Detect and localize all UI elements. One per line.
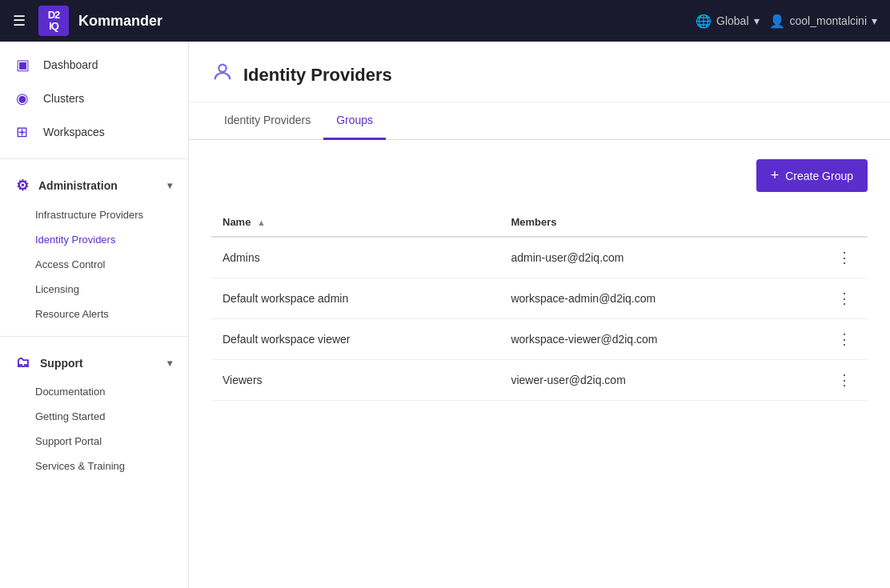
sidebar-item-support-portal[interactable]: Support Portal	[0, 429, 188, 454]
cell-members: viewer-user@d2iq.com	[499, 360, 821, 401]
tab-identity-providers[interactable]: Identity Providers	[211, 102, 323, 140]
sidebar-divider	[0, 158, 188, 159]
user-name: cool_montalcini	[790, 14, 868, 27]
table-row: Default workspace admin workspace-admin@…	[211, 278, 868, 319]
cell-name: Default workspace viewer	[211, 319, 499, 360]
create-group-button[interactable]: + Create Group	[756, 159, 868, 192]
column-members-label: Members	[511, 216, 556, 228]
toolbar: + Create Group	[211, 159, 868, 192]
cell-name: Viewers	[211, 360, 499, 401]
support-label: Support	[40, 357, 83, 370]
sidebar-nav-section: ▣ Dashboard ◉ Clusters ⊞ Workspaces	[0, 42, 188, 155]
cell-action: ⋮	[821, 319, 868, 360]
globe-icon: 🌐	[696, 14, 712, 29]
column-header-action	[821, 208, 868, 237]
sidebar-item-label: Dashboard	[43, 58, 98, 71]
plus-icon: +	[771, 167, 780, 184]
clusters-icon: ◉	[16, 90, 34, 107]
cell-name: Default workspace admin	[211, 278, 499, 319]
global-chevron-icon: ▾	[754, 14, 760, 27]
cell-members: workspace-admin@d2iq.com	[499, 278, 821, 319]
page-title: Identity Providers	[243, 65, 392, 86]
cell-name: Admins	[211, 237, 499, 278]
create-group-label: Create Group	[785, 170, 853, 182]
column-header-name[interactable]: Name ▲	[211, 208, 499, 237]
sidebar-item-services-training[interactable]: Services & Training	[0, 454, 188, 478]
groups-table: Name ▲ Members Admins admin-user@d2iq.co…	[211, 208, 868, 401]
sidebar-item-licensing[interactable]: Licensing	[0, 277, 188, 302]
sidebar-item-dashboard[interactable]: ▣ Dashboard	[0, 48, 188, 82]
workspaces-icon: ⊞	[16, 123, 34, 141]
sidebar-item-infrastructure-providers[interactable]: Infrastructure Providers	[0, 202, 188, 227]
row-action-button[interactable]: ⋮	[832, 247, 856, 268]
sidebar-item-label: Clusters	[43, 92, 84, 105]
app-logo: D2 IQ	[38, 6, 69, 36]
sidebar: ▣ Dashboard ◉ Clusters ⊞ Workspaces ⚙ Ad…	[0, 42, 189, 588]
support-icon: 🗂	[16, 354, 30, 371]
hamburger-icon[interactable]: ☰	[13, 12, 26, 30]
sidebar-support-section: 🗂 Support ▾ Documentation Getting Starte…	[0, 340, 188, 485]
sidebar-item-access-control[interactable]: Access Control	[0, 252, 188, 277]
column-name-label: Name	[222, 216, 251, 228]
topbar: ☰ D2 IQ Kommander 🌐 Global ▾ 👤 cool_mont…	[0, 0, 890, 42]
user-chevron-icon: ▾	[872, 14, 877, 27]
user-icon: 👤	[769, 14, 785, 29]
cell-members: workspace-viewer@d2iq.com	[499, 319, 821, 360]
global-selector[interactable]: 🌐 Global ▾	[696, 14, 759, 29]
column-header-members: Members	[499, 208, 821, 237]
main-content: Identity Providers Identity Providers Gr…	[189, 42, 890, 588]
cell-action: ⋮	[821, 278, 868, 319]
global-label: Global	[716, 14, 748, 27]
table-row: Viewers viewer-user@d2iq.com ⋮	[211, 360, 868, 401]
tab-groups[interactable]: Groups	[323, 102, 386, 140]
dashboard-icon: ▣	[16, 56, 34, 74]
sidebar-item-resource-alerts[interactable]: Resource Alerts	[0, 302, 188, 326]
sidebar-item-label: Workspaces	[43, 126, 105, 138]
sidebar-administration-section: ⚙ Administration ▾ Infrastructure Provid…	[0, 162, 188, 333]
support-chevron-icon: ▾	[167, 358, 172, 369]
app-name: Kommander	[78, 13, 686, 30]
tabs-bar: Identity Providers Groups	[189, 102, 890, 140]
svg-point-0	[218, 65, 226, 72]
sidebar-item-clusters[interactable]: ◉ Clusters	[0, 82, 188, 115]
row-action-button[interactable]: ⋮	[832, 370, 856, 390]
sidebar-support-header[interactable]: 🗂 Support ▾	[0, 346, 188, 379]
sidebar-item-identity-providers[interactable]: Identity Providers	[0, 227, 188, 252]
sidebar-item-workspaces[interactable]: ⊞ Workspaces	[0, 115, 188, 149]
row-action-button[interactable]: ⋮	[832, 288, 856, 309]
administration-label: Administration	[38, 179, 118, 192]
sidebar-divider	[0, 336, 188, 337]
user-menu[interactable]: 👤 cool_montalcini ▾	[769, 14, 878, 29]
content-area: + Create Group Name ▲ Members A	[189, 140, 890, 588]
table-row: Admins admin-user@d2iq.com ⋮	[211, 237, 868, 278]
cell-action: ⋮	[821, 237, 868, 278]
sort-icon: ▲	[257, 218, 266, 227]
sidebar-item-documentation[interactable]: Documentation	[0, 379, 188, 404]
row-action-button[interactable]: ⋮	[832, 329, 856, 350]
sidebar-administration-header[interactable]: ⚙ Administration ▾	[0, 169, 188, 202]
page-header: Identity Providers	[189, 42, 890, 102]
cell-members: admin-user@d2iq.com	[499, 237, 821, 278]
sidebar-item-getting-started[interactable]: Getting Started	[0, 404, 188, 429]
administration-chevron-icon: ▾	[167, 180, 172, 191]
table-row: Default workspace viewer workspace-viewe…	[211, 319, 868, 360]
cell-action: ⋮	[821, 360, 868, 401]
administration-icon: ⚙	[16, 177, 29, 194]
page-header-icon	[211, 61, 234, 89]
